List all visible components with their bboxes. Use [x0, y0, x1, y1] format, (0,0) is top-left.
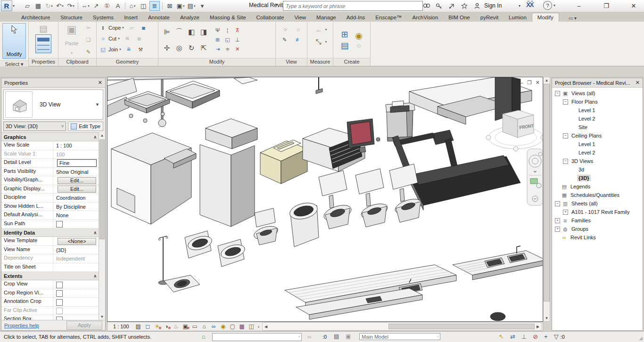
join-geometry-button[interactable]: ◱ Join▾ [99, 44, 121, 55]
property-value[interactable] [53, 220, 99, 228]
panel-label-modify[interactable]: Modify [158, 58, 275, 66]
tab-analyze[interactable]: Analyze [175, 13, 205, 22]
type-selector[interactable]: 3D View ▼ [3, 90, 103, 120]
linework-icon[interactable]: ✎ [281, 36, 289, 43]
edit-type-button[interactable]: Edit Type [68, 122, 103, 131]
property-value[interactable]: Fine [53, 159, 99, 167]
crop-view-icon[interactable]: ▣✕ [181, 323, 190, 331]
open-icon[interactable]: ▱ [23, 1, 32, 10]
sign-in-button[interactable]: Sign In [484, 2, 502, 9]
collapse-icon[interactable]: − [555, 91, 560, 96]
help-search-input[interactable] [283, 1, 423, 11]
create-assembly-icon[interactable]: ▤ [339, 41, 350, 51]
scroll-up-icon[interactable]: ▲ [100, 132, 104, 138]
detail-level-icon[interactable]: ▨ [134, 323, 143, 331]
reveal-hidden-icon[interactable]: ◉ [219, 323, 228, 331]
view-close-icon[interactable]: ✕ [536, 80, 540, 86]
cut-to-clipboard-icon[interactable]: ✂ [84, 24, 92, 32]
design-options-icon[interactable]: ▤ [334, 333, 339, 340]
collapse-chevron-icon[interactable]: ∧ [93, 135, 96, 139]
editing-requests-icon[interactable]: ∞ [307, 334, 312, 340]
tab-massing-site[interactable]: Massing & Site [205, 13, 251, 22]
tab-manage[interactable]: Manage [311, 13, 341, 22]
property-value[interactable] [53, 307, 99, 315]
collapse-chevron-icon[interactable]: ∧ [93, 230, 96, 235]
checkbox[interactable] [56, 317, 63, 320]
section-header-extents[interactable]: Extents∧ [1, 272, 99, 280]
panel-label-measure[interactable]: Measure [307, 58, 333, 66]
crop-region-icon[interactable]: ▭ [190, 323, 199, 331]
scroll-right-icon[interactable]: ▶ [535, 325, 541, 329]
scale-icon[interactable]: ◱ [223, 36, 231, 43]
tab-collaborate[interactable]: Collaborate [251, 13, 289, 22]
measure-icon[interactable]: ↗ [91, 1, 101, 10]
collapse-icon[interactable]: − [563, 159, 568, 164]
tree-item-groups[interactable]: +◍Groups [552, 225, 643, 233]
property-value[interactable] [53, 289, 99, 298]
delete-icon[interactable]: ✕ [233, 45, 241, 53]
shadows-icon[interactable]: ◑✕ [162, 323, 171, 331]
default-3d-view-icon[interactable]: ⌂▾ [128, 1, 137, 10]
mirror-draw-axis-icon[interactable]: ◨ [198, 27, 209, 37]
value-combobox[interactable]: Fine [57, 159, 97, 167]
locked-3d-view-icon[interactable]: ⌂ [200, 323, 209, 331]
collapse-icon[interactable]: − [555, 201, 560, 206]
temporary-hide-isolate-icon[interactable]: ∞ [209, 323, 218, 331]
collapse-icon[interactable]: ‹ [258, 324, 259, 329]
create-group-icon[interactable]: ⊞ [339, 29, 350, 40]
panel-label-geometry[interactable]: Geometry [97, 58, 158, 66]
close-button[interactable]: ✕ [628, 2, 639, 9]
panel-label-properties[interactable]: Properties [29, 58, 58, 66]
section-header-graphics[interactable]: Graphics∧ [1, 133, 99, 141]
wall-joins-icon[interactable]: ≞ [125, 46, 133, 53]
search-icon[interactable] [422, 1, 430, 10]
design-option-combobox[interactable]: Main Model˅ [359, 333, 440, 340]
copy-icon[interactable]: ◎ [174, 43, 184, 53]
text-icon[interactable]: A [113, 1, 123, 10]
tree-item-sheets-all-[interactable]: −▥Sheets (all) [552, 199, 643, 208]
filter-icon[interactable]: ▽ [554, 333, 559, 340]
measure-between-refs-button[interactable]: ⇔▾ [314, 24, 327, 35]
cope-button[interactable]: I Cope▾ [99, 23, 124, 33]
favorites-star-icon[interactable] [460, 1, 469, 10]
paste-button[interactable]: ▣ Paste ▾ [61, 23, 83, 57]
exclude-options-icon[interactable]: ▣ [346, 333, 351, 340]
value-button[interactable]: Edit... [58, 177, 96, 184]
rendering-dialog-icon[interactable]: ♨ [172, 323, 181, 331]
panel-label-create[interactable]: Create [333, 58, 370, 66]
editable-only-icon[interactable]: ↖ [499, 333, 504, 340]
expand-icon[interactable]: + [555, 227, 560, 232]
worksets-icon[interactable]: ⌂ [202, 333, 206, 340]
type-properties-icon[interactable]: ▤ [38, 23, 49, 33]
view-minimize-icon[interactable]: – [520, 80, 523, 86]
create-parts-icon[interactable]: ◇ [355, 42, 363, 49]
tree-item-site[interactable]: Site [552, 123, 643, 131]
signin-chevron-icon[interactable]: ▾ [519, 4, 520, 8]
unpin-icon[interactable]: ⊼ [233, 26, 241, 34]
exchange-apps-icon[interactable]: X̄X̄ [526, 1, 533, 8]
apply-coping-icon[interactable]: ▱ [128, 24, 136, 32]
tree-item-ceiling-plans[interactable]: −Ceiling Plans [552, 131, 643, 140]
beam-joins-icon[interactable]: ≝ [124, 35, 132, 42]
tree-item-level-2[interactable]: Level 2 [552, 114, 643, 123]
user-interface-icon[interactable]: ▤▾ [187, 1, 196, 10]
section-icon[interactable]: ◫ [139, 1, 148, 10]
tree-item-schedules-quantities[interactable]: ▦Schedules/Quantities [552, 191, 643, 199]
tree-item-views-all-[interactable]: −▣Views (all) [552, 89, 643, 98]
mirror-pick-axis-icon[interactable]: ◧ [186, 27, 197, 37]
close-icon[interactable]: ✕ [98, 80, 102, 86]
thin-lines-icon[interactable]: ≣ [149, 1, 160, 11]
subscription-key-icon[interactable] [435, 1, 443, 10]
panel-label-clipboard[interactable]: Clipboard [58, 58, 96, 66]
tab-annotate[interactable]: Annotate [143, 13, 175, 22]
move-icon[interactable]: ✢ [162, 43, 172, 53]
property-value[interactable]: <None> [53, 237, 99, 245]
create-similar-icon[interactable]: ◉ [354, 31, 364, 41]
properties-scrollbar[interactable]: ▲ ▼ [99, 132, 105, 320]
property-value[interactable] [53, 315, 99, 320]
tree-item-level-1[interactable]: Level 1 [552, 140, 643, 148]
tab-bim-one[interactable]: BIM One [443, 13, 475, 22]
temporary-view-properties-icon[interactable]: ▢ [228, 323, 237, 331]
canvas-horizontal-scrollbar[interactable]: ◀ ▶ [262, 322, 542, 331]
project-browser-header[interactable]: Project Browser - Medical Revi... ✕ [552, 78, 643, 88]
